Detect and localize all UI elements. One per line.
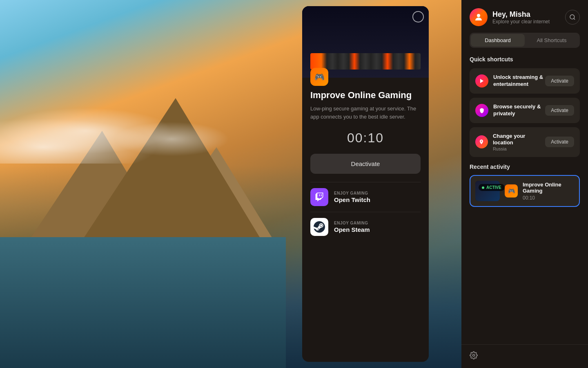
timer-display: 00:10 (310, 130, 421, 146)
browse-left: Browse securely & privately (475, 103, 541, 117)
browse-title: Browse securely & privately (493, 103, 541, 117)
twitch-text-group: ENJOY GAMING Open Twitch (334, 191, 370, 203)
user-text: Hey, Misha Explore your clear internet (492, 10, 550, 25)
active-badge: ACTIVE (479, 184, 505, 191)
location-title: Change your location (493, 133, 545, 147)
location-left: Change your location Russia (475, 133, 545, 152)
active-label: ACTIVE (486, 185, 501, 190)
browse-icon (475, 104, 488, 117)
gaming-hero-image (302, 6, 429, 78)
twitch-shortcut[interactable]: ENJOY GAMING Open Twitch (310, 182, 421, 212)
panel-description: Low-ping secure gaming at your service. … (310, 105, 421, 121)
search-button[interactable] (565, 10, 580, 25)
sidebar-content: Quick shortcuts Unlock streaming & enter… (461, 48, 588, 344)
user-subtitle: Explore your clear internet (492, 19, 550, 25)
browse-shortcut-item[interactable]: Browse securely & privately Activate (470, 98, 580, 123)
panel-content: Improve Online Gaming Low-ping secure ga… (302, 78, 429, 362)
streaming-shortcut-item[interactable]: Unlock streaming & entertainment Activat… (470, 68, 580, 94)
location-activate-btn[interactable]: Activate (545, 137, 574, 147)
streaming-text: Unlock streaming & entertainment (493, 74, 543, 88)
panel-hero: 🎮 (302, 6, 429, 78)
active-dot (482, 186, 484, 189)
user-info: Hey, Misha Explore your clear internet (470, 8, 550, 26)
svg-point-1 (570, 15, 575, 19)
gaming-icon: 🎮 (310, 68, 328, 86)
sidebar-header: Hey, Misha Explore your clear internet (461, 0, 588, 26)
recent-activity-title: Recent activity (470, 164, 580, 170)
svg-point-3 (473, 355, 475, 357)
browse-text: Browse securely & privately (493, 103, 541, 117)
steam-text-group: ENJOY GAMING Open Steam (334, 221, 370, 233)
water-layer (0, 237, 286, 368)
browse-activate-btn[interactable]: Activate (545, 105, 574, 116)
steam-category: ENJOY GAMING (334, 221, 370, 225)
streaming-activate-btn[interactable]: Activate (545, 76, 574, 86)
recent-text: Improve Online Gaming 00:10 (523, 182, 574, 201)
circle-indicator (412, 11, 424, 22)
steam-icon-box (310, 218, 328, 236)
location-shortcut-item[interactable]: Change your location Russia Activate (470, 127, 580, 157)
streaming-icon (475, 74, 488, 88)
deactivate-button[interactable]: Deactivate (310, 154, 421, 174)
avatar (470, 8, 488, 26)
clouds-layer (0, 82, 286, 164)
streaming-title: Unlock streaming & entertainment (493, 74, 543, 88)
location-text: Change your location Russia (493, 133, 545, 152)
steam-shortcut[interactable]: ENJOY GAMING Open Steam (310, 212, 421, 242)
recent-thumb-wrapper: ACTIVE (475, 181, 500, 201)
tabs-bar: Dashboard All Shortcuts (470, 33, 580, 48)
svg-point-0 (477, 14, 480, 17)
settings-button[interactable] (470, 351, 478, 361)
steam-name: Open Steam (334, 226, 370, 233)
recent-activity-card[interactable]: ACTIVE 🎮 Improve Online Gaming 00:10 (470, 175, 580, 207)
recent-icon: 🎮 (505, 184, 518, 197)
main-panel: 🎮 Improve Online Gaming Low-ping secure … (302, 6, 429, 362)
recent-timer: 00:10 (523, 195, 574, 201)
twitch-name: Open Twitch (334, 196, 370, 203)
tab-all-shortcuts[interactable]: All Shortcuts (525, 34, 579, 47)
panel-title: Improve Online Gaming (310, 90, 421, 101)
twitch-icon (310, 188, 328, 206)
tab-dashboard[interactable]: Dashboard (471, 34, 525, 47)
quick-shortcuts-title: Quick shortcuts (470, 56, 580, 63)
user-greeting: Hey, Misha (492, 10, 550, 19)
location-icon (475, 135, 488, 148)
streaming-left: Unlock streaming & entertainment (475, 74, 543, 88)
svg-marker-2 (480, 79, 483, 83)
right-sidebar: Hey, Misha Explore your clear internet D… (461, 0, 588, 368)
recent-title: Improve Online Gaming (523, 182, 574, 194)
sidebar-footer (461, 344, 588, 368)
location-subtitle: Russia (493, 146, 545, 151)
twitch-category: ENJOY GAMING (334, 191, 370, 195)
